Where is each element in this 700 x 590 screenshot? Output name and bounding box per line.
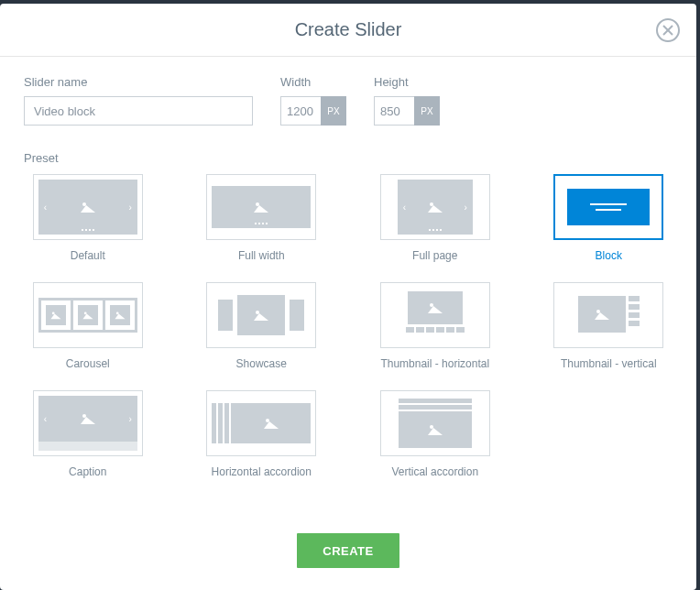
preset-fullwidth[interactable]: Full width bbox=[198, 174, 326, 262]
modal-header: Create Slider bbox=[0, 4, 696, 57]
preset-fullwidth-label: Full width bbox=[238, 249, 285, 262]
close-button[interactable] bbox=[656, 18, 680, 42]
image-icon bbox=[254, 310, 268, 321]
preset-default-thumb: ‹ › bbox=[33, 174, 143, 240]
preset-block-label: Block bbox=[596, 249, 622, 262]
preset-horizontal-accordion[interactable]: Horizontal accordion bbox=[198, 390, 326, 478]
preset-thumbnail-vertical[interactable]: Thumbnail - vertical bbox=[545, 282, 673, 370]
height-label: Height bbox=[374, 75, 440, 89]
chevron-left-icon: ‹ bbox=[403, 202, 406, 213]
preset-thumbv-thumb bbox=[553, 282, 663, 348]
preset-showcase-thumb bbox=[206, 282, 316, 348]
preset-hacc-thumb bbox=[206, 390, 316, 456]
preset-default[interactable]: ‹ › Default bbox=[24, 174, 152, 262]
chevron-right-icon: › bbox=[128, 202, 131, 213]
chevron-right-icon: › bbox=[464, 202, 466, 213]
chevron-left-icon: ‹ bbox=[44, 202, 47, 213]
image-icon bbox=[428, 302, 443, 313]
preset-carousel-thumb bbox=[33, 282, 143, 348]
width-group: Width PX bbox=[280, 75, 346, 126]
preset-section: Preset ‹ › Default bbox=[24, 151, 673, 478]
preset-fullpage[interactable]: ‹ › Full page bbox=[371, 174, 499, 262]
modal-footer: CREATE bbox=[0, 513, 696, 590]
image-icon bbox=[254, 202, 268, 213]
preset-showcase-label: Showcase bbox=[236, 357, 287, 370]
chevron-right-icon: › bbox=[128, 414, 131, 424]
image-icon bbox=[81, 413, 95, 424]
preset-carousel-label: Carousel bbox=[66, 357, 110, 370]
form-row: Slider name Width PX Height PX bbox=[24, 75, 673, 126]
preset-default-label: Default bbox=[71, 249, 105, 262]
preset-grid: ‹ › Default Ful bbox=[24, 174, 673, 478]
close-icon bbox=[662, 25, 673, 36]
slider-name-input[interactable] bbox=[24, 96, 253, 126]
preset-block[interactable]: Block bbox=[545, 174, 673, 262]
image-icon bbox=[81, 202, 95, 213]
preset-vertical-accordion[interactable]: Vertical accordion bbox=[371, 390, 499, 478]
image-icon bbox=[50, 311, 60, 319]
image-icon bbox=[595, 309, 609, 320]
preset-vacc-thumb bbox=[380, 390, 490, 456]
preset-vacc-label: Vertical accordion bbox=[391, 465, 478, 478]
modal-title: Create Slider bbox=[295, 19, 402, 40]
image-icon bbox=[115, 311, 125, 319]
image-icon bbox=[428, 424, 443, 435]
preset-thumbv-label: Thumbnail - vertical bbox=[561, 357, 657, 370]
image-icon bbox=[82, 311, 93, 319]
preset-showcase[interactable]: Showcase bbox=[198, 282, 326, 370]
height-group: Height PX bbox=[374, 75, 440, 126]
preset-thumbh-thumb bbox=[380, 282, 490, 348]
preset-fullpage-label: Full page bbox=[412, 249, 457, 262]
preset-caption-label: Caption bbox=[69, 465, 106, 478]
width-label: Width bbox=[280, 75, 346, 89]
height-unit: PX bbox=[414, 96, 440, 126]
preset-thumbh-label: Thumbnail - horizontal bbox=[380, 357, 489, 370]
preset-thumbnail-horizontal[interactable]: Thumbnail - horizontal bbox=[371, 282, 499, 370]
chevron-left-icon: ‹ bbox=[44, 414, 47, 424]
image-icon bbox=[428, 202, 443, 213]
preset-carousel[interactable]: Carousel bbox=[24, 282, 152, 370]
image-icon bbox=[264, 418, 279, 429]
width-input[interactable] bbox=[280, 96, 321, 126]
preset-fullpage-thumb: ‹ › bbox=[380, 174, 490, 240]
modal-body: Slider name Width PX Height PX Preset bbox=[0, 57, 696, 513]
height-input[interactable] bbox=[374, 96, 414, 126]
width-unit: PX bbox=[321, 96, 346, 126]
create-slider-modal: Create Slider Slider name Width PX Heig bbox=[0, 4, 696, 590]
preset-label: Preset bbox=[24, 151, 673, 165]
preset-block-thumb bbox=[553, 174, 663, 240]
slider-name-group: Slider name bbox=[24, 75, 253, 126]
slider-name-label: Slider name bbox=[24, 75, 253, 89]
create-button[interactable]: CREATE bbox=[297, 533, 399, 568]
preset-caption[interactable]: ‹ › Caption bbox=[24, 390, 152, 478]
preset-caption-thumb: ‹ › bbox=[33, 390, 143, 456]
preset-fullwidth-thumb bbox=[206, 174, 316, 240]
preset-hacc-label: Horizontal accordion bbox=[212, 465, 312, 478]
